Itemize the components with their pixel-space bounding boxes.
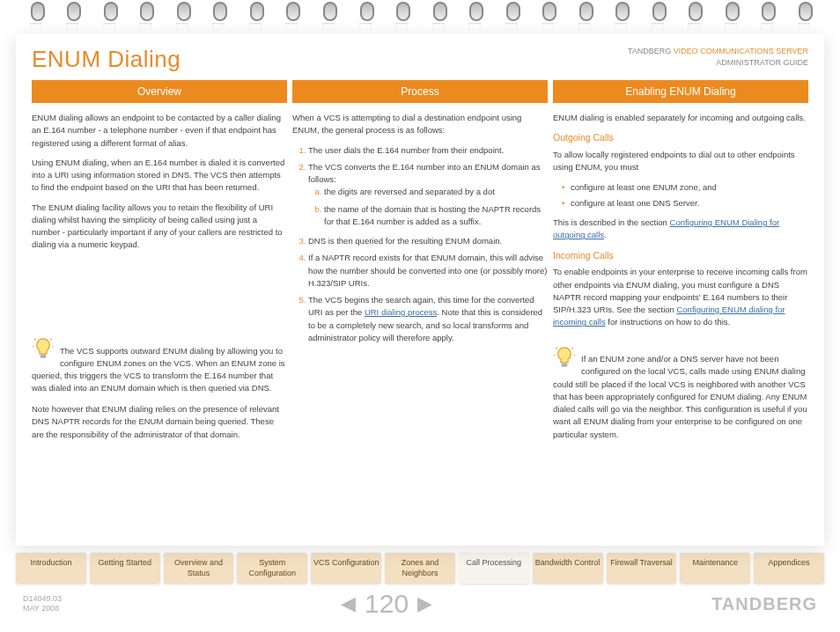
tab-overview-status[interactable]: Overview and Status	[164, 553, 234, 584]
outgoing-heading: Outgoing Calls	[553, 131, 808, 145]
lightbulb-icon	[32, 336, 55, 363]
footer: D14049.03 MAY 2008 ◀ 120 ▶ TANDBERG	[0, 585, 840, 624]
enabling-tip-text: If an ENUM zone and/or a DNS server have…	[553, 353, 808, 441]
outgoing-desc: This is described in the section Configu…	[553, 217, 808, 242]
lightbulb-icon	[553, 345, 576, 371]
process-header: Process	[292, 80, 548, 103]
svg-rect-1	[562, 363, 568, 366]
prev-page-arrow[interactable]: ◀	[341, 592, 356, 615]
enabling-tip: If an ENUM zone and/or a DNS server have…	[553, 336, 808, 450]
process-step3: DNS is then queried for the resulting EN…	[308, 235, 548, 247]
overview-tip: The VCS supports outward ENUM dialing by…	[32, 327, 287, 449]
process-step2b: the name of the domain that is hosting t…	[324, 203, 548, 229]
column-enabling: Enabling ENUM Dialing ENUM dialing is en…	[553, 80, 808, 449]
tab-bandwidth[interactable]: Bandwidth Control	[533, 553, 603, 584]
tab-appendices[interactable]: Appendices	[754, 553, 824, 584]
spiral-binding	[0, 0, 840, 33]
tab-system-config[interactable]: System Configuration	[237, 553, 307, 584]
tab-firewall[interactable]: Firewall Traversal	[607, 553, 677, 584]
overview-tip-p2: Note however that ENUM dialing relies on…	[32, 403, 287, 441]
overview-p1: ENUM dialing allows an endpoint to be co…	[32, 112, 287, 150]
incoming-heading: Incoming Calls	[553, 249, 808, 263]
pager: ◀ 120 ▶	[341, 589, 432, 619]
page-title: ENUM Dialing	[32, 46, 181, 73]
brand-text: TANDBERG	[628, 47, 671, 55]
page-content: ENUM Dialing TANDBERG VIDEO COMMUNICATIO…	[16, 33, 824, 546]
process-step4: If a NAPTR record exists for that ENUM d…	[308, 252, 548, 290]
process-step2: The VCS converts the E.164 number into a…	[308, 161, 548, 228]
svg-rect-0	[41, 355, 47, 358]
column-overview: Overview ENUM dialing allows an endpoint…	[32, 80, 287, 449]
overview-p3: The ENUM dialing facility allows you to …	[32, 202, 287, 252]
overview-header: Overview	[32, 80, 287, 103]
tab-vcs-config[interactable]: VCS Configuration	[311, 553, 381, 584]
tab-introduction[interactable]: Introduction	[16, 553, 86, 584]
enabling-header: Enabling ENUM Dialing	[553, 80, 808, 103]
tab-call-processing[interactable]: Call Processing	[459, 553, 529, 584]
process-step5: The VCS begins the search again, this ti…	[308, 294, 548, 344]
process-intro: When a VCS is attempting to dial a desti…	[292, 112, 548, 137]
bottom-tabs: Introduction Getting Started Overview an…	[16, 553, 824, 584]
doc-meta: TANDBERG VIDEO COMMUNICATIONS SERVER ADM…	[628, 46, 808, 68]
process-step2a: the digits are reversed and separated by…	[324, 186, 548, 198]
incoming-desc: To enable endpoints in your enterprise t…	[553, 266, 808, 328]
doc-id: D14049.03 MAY 2008	[23, 594, 62, 614]
guide-text: ADMINISTRATOR GUIDE	[716, 58, 808, 67]
product-text: VIDEO COMMUNICATIONS SERVER	[674, 47, 808, 55]
next-page-arrow[interactable]: ▶	[417, 592, 432, 615]
tab-maintenance[interactable]: Maintenance	[680, 553, 750, 584]
uri-dialing-link[interactable]: URI dialing process	[365, 307, 437, 317]
tab-getting-started[interactable]: Getting Started	[90, 553, 160, 584]
column-process: Process When a VCS is attempting to dial…	[292, 80, 548, 449]
outgoing-intro: To allow locally registered endpoints to…	[553, 149, 808, 174]
process-step1: The user dials the E.164 number from the…	[308, 144, 548, 157]
outgoing-bullet2: configure at least one DNS Server.	[562, 197, 808, 209]
overview-p2: Using ENUM dialing, when an E.164 number…	[32, 157, 287, 195]
page-number: 120	[365, 589, 409, 619]
outgoing-bullet1: configure at least one ENUM zone, and	[562, 181, 808, 194]
enabling-intro: ENUM dialing is enabled separately for i…	[553, 112, 808, 124]
brand-logo: TANDBERG	[711, 594, 817, 614]
overview-tip-p1: The VCS supports outward ENUM dialing by…	[32, 345, 287, 395]
tab-zones-neighbors[interactable]: Zones and Neighbors	[385, 553, 455, 584]
